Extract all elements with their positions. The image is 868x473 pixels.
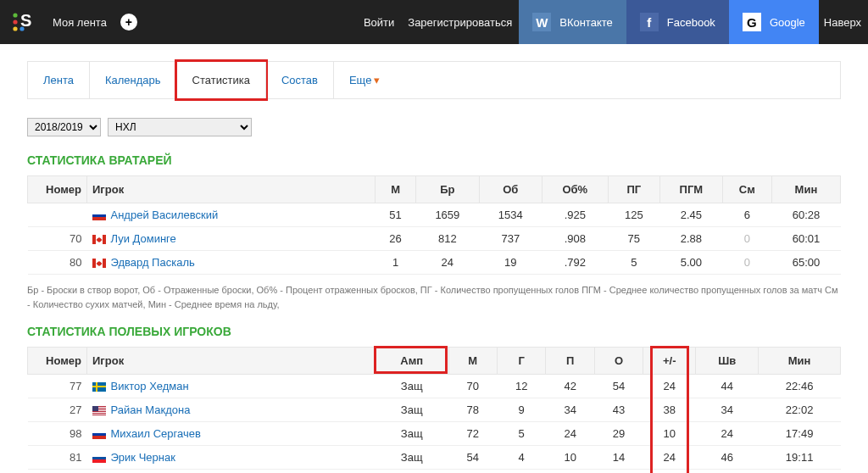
table-row: 5Дэниэль ДжирардиЗащ604111541217:46	[28, 470, 841, 474]
site-logo[interactable]: S	[10, 10, 34, 34]
col-header[interactable]: О	[594, 348, 643, 375]
table-row: 27Райан МакдонаЗащ7893443383422:02	[28, 398, 841, 422]
player-link[interactable]: Виктор Хедман	[111, 380, 189, 392]
svg-point-1	[13, 19, 17, 24]
col-header[interactable]: Номер	[28, 176, 87, 203]
goalies-legend: Бр - Броски в створ ворот, Об - Отраженн…	[27, 283, 841, 311]
player-link[interactable]: Райан Макдона	[111, 403, 191, 416]
col-header[interactable]: Бр	[416, 176, 479, 203]
player-link[interactable]: Эрик Чернак	[111, 451, 175, 464]
chevron-down-icon: ▾	[374, 74, 380, 86]
col-header[interactable]: ПГМ	[659, 176, 722, 203]
scroll-top-link[interactable]: Наверх	[824, 16, 861, 29]
svg-text:S: S	[20, 11, 31, 30]
tab-more[interactable]: Еще▾	[333, 62, 395, 98]
table-row: 81Эрик ЧернакЗащ5441014244619:11	[28, 446, 841, 470]
player-link[interactable]: Луи Доминге	[111, 232, 176, 245]
svg-point-0	[13, 13, 17, 17]
plus-icon: +	[125, 15, 132, 29]
col-header[interactable]: Шв	[696, 348, 759, 375]
google-icon: G	[743, 13, 761, 31]
player-link[interactable]: Андрей Василевский	[111, 209, 219, 221]
league-select[interactable]: НХЛ	[108, 118, 252, 136]
col-header[interactable]: Об	[479, 176, 542, 203]
player-link[interactable]: Михаил Сергачев	[111, 427, 201, 440]
table-row: 77Виктор ХедманЗащ70124254244422:46	[28, 375, 841, 398]
table-row: Андрей Василевский5116591534.9251252.456…	[28, 203, 841, 227]
login-link[interactable]: Войти	[364, 16, 394, 29]
highlight-amp-header	[374, 346, 448, 374]
col-header[interactable]: Игрок	[87, 176, 376, 203]
skaters-heading: СТАТИСТИКА ПОЛЕВЫХ ИГРОКОВ	[27, 325, 841, 338]
col-header[interactable]: М	[448, 348, 497, 375]
player-link[interactable]: Эдвард Паскаль	[111, 256, 195, 269]
col-header[interactable]: Мин	[759, 348, 841, 375]
vk-icon: W	[532, 13, 551, 31]
table-row: 70Луи Доминге26812737.908752.88060:01	[28, 227, 841, 251]
facebook-icon: f	[640, 13, 659, 31]
goalies-heading: СТАТИСТИКА ВРАТАРЕЙ	[27, 153, 841, 167]
table-row: 80Эдвард Паскаль12419.79255.00065:00	[28, 251, 841, 275]
col-header[interactable]: Игрок	[87, 348, 376, 375]
add-button[interactable]: +	[120, 14, 137, 31]
social-google[interactable]: GGoogle	[729, 0, 819, 44]
social-facebook[interactable]: fFacebook	[626, 0, 729, 44]
table-row: 98Михаил СергачевЗащ7252429102417:49	[28, 422, 841, 446]
goalies-table: НомерИгрокМБрОбОб%ПГПГМСмМин Андрей Васи…	[27, 175, 841, 275]
col-header[interactable]: Г	[497, 348, 545, 375]
col-header[interactable]: Об%	[542, 176, 608, 203]
tab-feed[interactable]: Лента	[27, 62, 89, 98]
page-tabs: Лента Календарь Статистика Состав Еще▾	[27, 61, 841, 99]
col-header[interactable]: П	[546, 348, 594, 375]
col-header[interactable]: ПГ	[608, 176, 659, 203]
tab-roster[interactable]: Состав	[265, 62, 333, 98]
season-select[interactable]: 2018/2019	[27, 118, 101, 136]
col-header[interactable]: См	[722, 176, 771, 203]
tab-calendar[interactable]: Календарь	[89, 62, 176, 98]
col-header[interactable]: Номер	[28, 348, 87, 375]
highlight-plusminus-column	[650, 346, 689, 474]
tab-statistics[interactable]: Статистика	[176, 62, 265, 98]
col-header[interactable]: Мин	[771, 176, 840, 203]
register-link[interactable]: Зарегистрироваться	[408, 16, 512, 29]
social-vk[interactable]: WВКонтакте	[519, 0, 626, 44]
col-header[interactable]: М	[376, 176, 416, 203]
my-feed-link[interactable]: Моя лента	[53, 16, 107, 29]
svg-point-2	[13, 26, 17, 31]
